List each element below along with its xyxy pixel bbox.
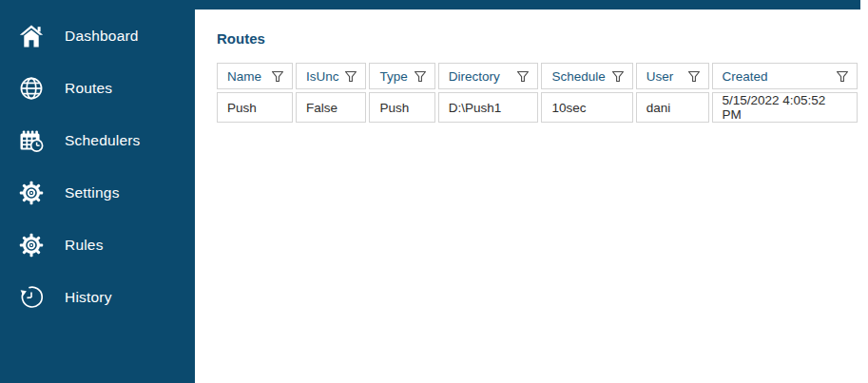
filter-funnel-icon[interactable] <box>516 70 530 83</box>
cell-schedule[interactable]: 10sec <box>541 92 632 123</box>
table-row[interactable]: Push False Push D:\Push1 10sec dani 5/15… <box>217 92 858 123</box>
sidebar-item-history[interactable]: History <box>0 271 195 323</box>
sidebar-item-schedulers[interactable]: Schedulers <box>0 114 195 166</box>
column-label: Directory <box>449 69 506 84</box>
column-label: IsUnc <box>306 69 345 84</box>
sidebar-item-dashboard[interactable]: Dashboard <box>0 10 195 62</box>
gear-icon <box>17 179 46 207</box>
cell-directory[interactable]: D:\Push1 <box>438 92 539 123</box>
main-content: Routes Name <box>195 0 860 383</box>
cell-user[interactable]: dani <box>636 92 709 123</box>
sidebar-item-label: History <box>65 289 112 306</box>
column-header-isunc[interactable]: IsUnc <box>296 63 367 89</box>
sidebar-item-routes[interactable]: Routes <box>0 62 195 114</box>
column-label: Type <box>379 69 413 84</box>
filter-funnel-icon[interactable] <box>414 70 427 83</box>
column-header-created[interactable]: Created <box>712 63 858 89</box>
column-header-name[interactable]: Name <box>217 63 293 89</box>
column-header-type[interactable]: Type <box>369 63 434 89</box>
sidebar-item-rules[interactable]: Rules <box>0 219 195 271</box>
column-label: Name <box>227 69 267 84</box>
column-label: Created <box>723 69 774 84</box>
sidebar-item-label: Routes <box>65 80 112 97</box>
calendar-clock-icon <box>17 126 46 155</box>
sidebar-item-label: Schedulers <box>65 132 141 149</box>
column-header-schedule[interactable]: Schedule <box>541 63 632 89</box>
sidebar-item-label: Rules <box>65 237 104 254</box>
column-label: Schedule <box>551 69 610 84</box>
globe-icon <box>17 74 46 103</box>
home-icon <box>17 22 46 50</box>
cell-created[interactable]: 5/15/2022 4:05:52 PM <box>712 92 858 123</box>
filter-funnel-icon[interactable] <box>271 70 284 83</box>
filter-funnel-icon[interactable] <box>836 70 849 83</box>
sidebar-item-label: Dashboard <box>65 28 139 45</box>
history-icon <box>17 283 46 312</box>
filter-funnel-icon[interactable] <box>687 70 701 83</box>
page-title: Routes <box>217 30 860 47</box>
sidebar-nav: Dashboard Routes <box>0 0 195 323</box>
column-header-directory[interactable]: Directory <box>438 63 539 89</box>
filter-funnel-icon[interactable] <box>611 70 625 83</box>
sidebar-item-label: Settings <box>65 184 120 201</box>
cell-isunc[interactable]: False <box>296 92 367 123</box>
filter-funnel-icon[interactable] <box>344 70 357 83</box>
column-header-user[interactable]: User <box>636 63 709 89</box>
grid-header-row: Name IsUnc <box>217 63 858 89</box>
column-label: User <box>646 69 680 84</box>
cell-type[interactable]: Push <box>369 92 434 123</box>
sidebar: Dashboard Routes <box>0 0 195 383</box>
gear-icon <box>17 231 46 259</box>
sidebar-item-settings[interactable]: Settings <box>0 166 195 219</box>
titlebar-strip <box>195 0 860 10</box>
routes-grid: Name IsUnc <box>214 60 860 125</box>
cell-name[interactable]: Push <box>217 92 293 123</box>
